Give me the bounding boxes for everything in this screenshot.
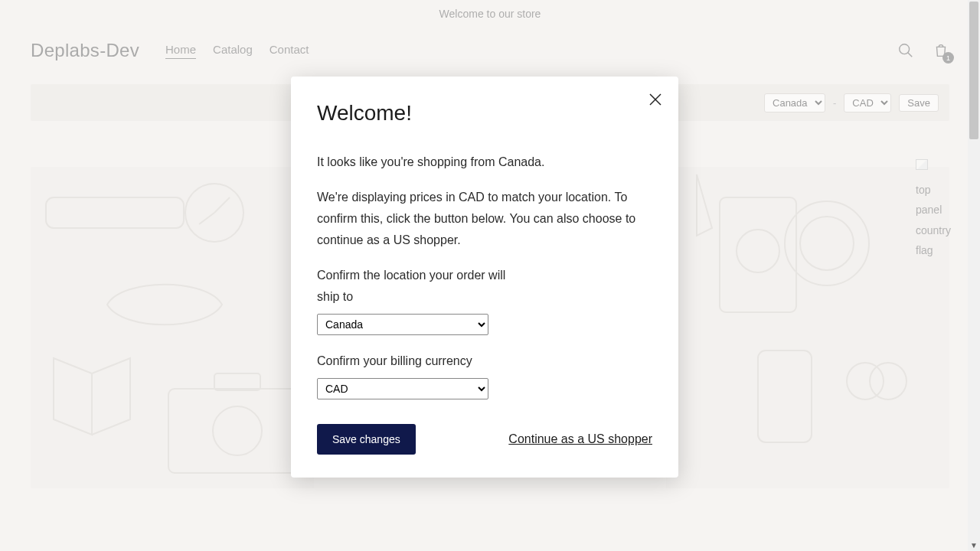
top-panel-save-button[interactable]: Save <box>899 94 939 112</box>
modal-body-2: We're displaying prices in CAD to match … <box>317 187 652 251</box>
separator: - <box>833 97 836 109</box>
svg-point-14 <box>213 406 262 455</box>
save-changes-button[interactable]: Save changes <box>317 424 416 455</box>
scroll-down-arrow-icon[interactable]: ▼ <box>968 539 980 551</box>
svg-point-11 <box>847 363 884 399</box>
svg-point-9 <box>737 230 779 272</box>
svg-point-12 <box>870 363 906 399</box>
nav-contact[interactable]: Contact <box>270 43 309 59</box>
svg-rect-15 <box>214 373 260 390</box>
nav-home[interactable]: Home <box>165 43 196 59</box>
cart-count-badge: 1 <box>942 52 954 64</box>
scrollbar-thumb[interactable] <box>969 2 978 139</box>
announcement-bar: Welcome to our store <box>0 0 980 26</box>
modal-title: Welcome! <box>317 101 652 126</box>
ship-to-label: Confirm the location your order will shi… <box>317 265 516 308</box>
svg-point-0 <box>900 44 910 54</box>
close-icon[interactable] <box>646 90 665 109</box>
svg-line-1 <box>908 53 913 57</box>
svg-line-4 <box>214 197 230 213</box>
vertical-scrollbar[interactable]: ▲ ▼ <box>968 0 980 551</box>
site-header: Deplabs-Dev Home Catalog Contact 1 <box>0 26 980 84</box>
ship-to-select[interactable]: Canada <box>317 314 488 335</box>
cart-icon[interactable]: 1 <box>933 42 949 59</box>
svg-rect-10 <box>758 350 812 442</box>
svg-point-7 <box>800 217 854 270</box>
site-brand[interactable]: Deplabs-Dev <box>31 40 139 61</box>
welcome-modal: Welcome! It looks like you're shopping f… <box>291 77 678 478</box>
svg-rect-2 <box>46 197 184 228</box>
nav-catalog[interactable]: Catalog <box>213 43 253 59</box>
currency-select[interactable]: CAD <box>317 378 488 399</box>
svg-rect-8 <box>720 197 796 312</box>
svg-rect-13 <box>168 389 306 473</box>
continue-us-link[interactable]: Continue as a US shopper <box>508 432 652 446</box>
svg-line-5 <box>199 213 214 224</box>
modal-body-1: It looks like you're shopping from Canad… <box>317 152 652 173</box>
main-nav: Home Catalog Contact <box>165 43 309 59</box>
broken-flag-image-alt: top panel country flag <box>916 159 959 261</box>
currency-label: Confirm your billing currency <box>317 350 516 372</box>
top-panel-currency-select[interactable]: CAD <box>844 93 891 112</box>
search-icon[interactable] <box>897 42 914 59</box>
top-panel-country-select[interactable]: Canada <box>764 93 825 112</box>
broken-image-icon <box>916 159 928 170</box>
svg-point-6 <box>785 201 869 285</box>
